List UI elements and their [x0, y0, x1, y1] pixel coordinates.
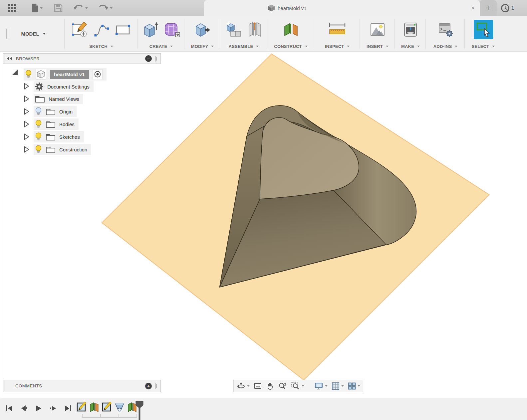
tree-row-root[interactable]: heartMold v1: [3, 68, 161, 80]
viewport-canvas[interactable]: BROWSER −: [0, 52, 527, 420]
expand-icon[interactable]: [24, 146, 30, 154]
step-back-icon[interactable]: [20, 404, 28, 412]
undo-button[interactable]: [70, 0, 91, 16]
folder-icon: [46, 107, 56, 116]
new-tab-button[interactable]: +: [480, 0, 497, 16]
insert-image-icon[interactable]: [369, 21, 386, 38]
play-icon[interactable]: [35, 404, 43, 412]
version-count: 1: [511, 5, 514, 11]
go-to-start-icon[interactable]: [5, 404, 13, 412]
browser-header-grip[interactable]: [155, 56, 157, 62]
visibility-bulb-on-icon[interactable]: [35, 132, 42, 141]
grid-snap-button[interactable]: [330, 381, 345, 391]
addins-group-dropdown[interactable]: ADD-INS: [426, 44, 464, 49]
quick-access-toolbar: [0, 0, 116, 16]
rectangle-icon[interactable]: [114, 21, 132, 38]
select-group-label: SELECT: [472, 44, 489, 49]
expand-icon[interactable]: [24, 133, 30, 141]
tree-row-document-settings[interactable]: Document Settings: [3, 80, 161, 93]
timeline-sketch-icon[interactable]: [102, 401, 112, 412]
create-group-dropdown[interactable]: CREATE: [138, 44, 184, 49]
folder-icon: [46, 133, 56, 141]
workspace-switcher[interactable]: MODEL: [3, 16, 63, 51]
expand-icon[interactable]: [24, 96, 30, 104]
expand-icon[interactable]: [24, 108, 30, 116]
zoom-window-icon: [291, 382, 300, 390]
select-group-dropdown[interactable]: SELECT: [465, 44, 501, 49]
zoom-button[interactable]: [277, 381, 288, 391]
collapse-expander-icon[interactable]: [12, 70, 18, 75]
add-ins-icon[interactable]: [437, 21, 454, 38]
gear-icon: [35, 82, 44, 91]
press-pull-icon[interactable]: [194, 21, 211, 38]
insert-group-caret: [386, 46, 389, 47]
expand-icon[interactable]: [24, 83, 30, 91]
workspace-label-row: MODEL: [21, 31, 45, 37]
orbit-button[interactable]: [235, 381, 251, 391]
save-button[interactable]: [51, 0, 66, 16]
visibility-bulb-on-icon[interactable]: [25, 70, 32, 79]
browser-remove-icon[interactable]: −: [145, 55, 152, 62]
root-document-label[interactable]: heartMold v1: [50, 70, 89, 79]
make-group-dropdown[interactable]: MAKE: [395, 44, 425, 49]
ribbon-separator: [267, 19, 267, 49]
construct-plane-icon[interactable]: [282, 21, 300, 38]
visibility-bulb-on-icon[interactable]: [35, 119, 42, 129]
viewports-button[interactable]: [347, 381, 361, 391]
viewports-caret: [358, 385, 360, 387]
visibility-bulb-on-icon[interactable]: [35, 145, 42, 154]
document-tab[interactable]: heartMold v1 ×: [204, 0, 480, 16]
version-area[interactable]: 1: [501, 0, 514, 16]
insert-group-dropdown[interactable]: INSERT: [361, 44, 395, 49]
tree-row-sketches[interactable]: Sketches: [3, 131, 161, 143]
spline-icon[interactable]: [93, 21, 110, 38]
redo-button[interactable]: [95, 0, 116, 16]
browser-header[interactable]: BROWSER −: [3, 53, 161, 64]
sketch-group-dropdown[interactable]: SKETCH: [65, 44, 137, 49]
toolbar-grip[interactable]: [6, 29, 8, 39]
select-icon: [474, 20, 493, 39]
comments-grip[interactable]: [155, 383, 157, 389]
timeline-playhead[interactable]: [135, 401, 143, 420]
tree-row-named-views[interactable]: Named Views: [3, 93, 161, 105]
look-at-button[interactable]: [252, 381, 263, 391]
tree-row-bodies[interactable]: Bodies: [3, 118, 161, 131]
timeline-sketch-icon[interactable]: [77, 401, 87, 412]
display-settings-button[interactable]: [313, 381, 329, 391]
joint-icon[interactable]: [246, 21, 263, 38]
file-menu-button[interactable]: [28, 0, 46, 16]
timeline-loft-icon[interactable]: [115, 401, 125, 412]
create-sketch-icon[interactable]: [71, 21, 88, 38]
tree-row-origin[interactable]: Origin: [3, 105, 161, 118]
create-group-caret: [170, 46, 173, 47]
expand-icon[interactable]: [24, 121, 30, 129]
make-3d-print-icon[interactable]: [402, 21, 419, 38]
new-component-icon[interactable]: [224, 21, 242, 38]
visibility-bulb-off-icon[interactable]: [35, 107, 42, 116]
assemble-group-dropdown[interactable]: ASSEMBLE: [221, 44, 267, 49]
measure-icon[interactable]: [327, 21, 348, 38]
pan-button[interactable]: [265, 381, 275, 391]
modify-group-dropdown[interactable]: MODIFY: [185, 44, 220, 49]
component-cube-icon: [36, 69, 46, 80]
create-form-icon[interactable]: [163, 21, 181, 38]
timeline-offset-plane-icon[interactable]: [89, 401, 99, 412]
step-forward-icon[interactable]: [49, 404, 57, 412]
collapse-panel-icon[interactable]: [7, 56, 13, 61]
app-grid-icon[interactable]: [5, 0, 20, 16]
extrude-icon[interactable]: [142, 21, 159, 38]
zoom-window-button[interactable]: [290, 381, 305, 391]
go-to-end-icon[interactable]: [64, 404, 72, 412]
select-tool-active[interactable]: [474, 20, 493, 39]
make-group-caret: [417, 46, 420, 47]
close-tab-icon[interactable]: ×: [468, 4, 477, 12]
modify-group-caret: [211, 46, 214, 47]
activate-component-radio[interactable]: [93, 69, 103, 79]
add-comment-icon[interactable]: +: [145, 383, 152, 389]
construct-group-dropdown[interactable]: CONSTRUCT: [268, 44, 314, 49]
tree-row-construction[interactable]: Construction: [3, 143, 161, 156]
inspect-group-dropdown[interactable]: INSPECT: [315, 44, 360, 49]
make-group-label: MAKE: [401, 44, 414, 49]
comments-panel[interactable]: COMMENTS +: [3, 380, 161, 392]
tree-item-label: Origin: [59, 109, 73, 114]
